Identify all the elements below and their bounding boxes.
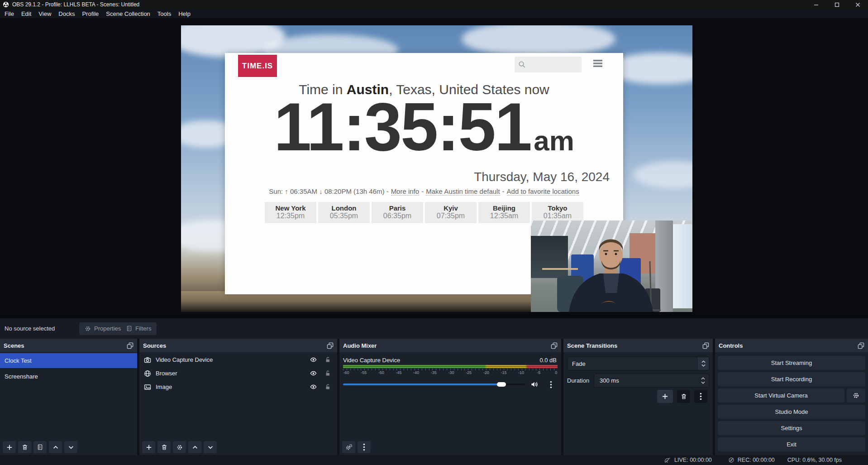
- visibility-eye-icon[interactable]: [310, 356, 317, 363]
- filter-icon: [126, 325, 132, 332]
- cloud: [462, 25, 615, 57]
- world-clock-beijing: Beijing 12:35am: [478, 202, 530, 223]
- combo-spinner[interactable]: [698, 357, 709, 370]
- remove-source-button[interactable]: [157, 441, 171, 453]
- spin-up-icon[interactable]: [701, 377, 705, 380]
- cloud: [634, 161, 692, 188]
- transition-options-kebab[interactable]: [694, 390, 707, 403]
- visibility-eye-icon[interactable]: [310, 370, 317, 377]
- volume-slider[interactable]: [343, 379, 525, 390]
- menu-edit[interactable]: Edit: [18, 9, 35, 18]
- world-clocks-row: New York 12:35pm London 05:35pm Paris 06…: [225, 202, 623, 223]
- volume-meter: [343, 365, 558, 368]
- world-clock-london: London 05:35pm: [318, 202, 370, 223]
- studio-mode-button[interactable]: Studio Mode: [718, 405, 865, 419]
- move-source-down-button[interactable]: [204, 441, 217, 453]
- exit-button[interactable]: Exit: [718, 437, 865, 451]
- mixer-menu-kebab[interactable]: [358, 441, 371, 453]
- clock-digits: 11:35:51: [274, 89, 531, 165]
- maximize-button[interactable]: [826, 0, 847, 9]
- audio-mixer-title: Audio Mixer: [343, 342, 377, 349]
- source-item-browser[interactable]: Browser: [139, 367, 337, 379]
- timeis-logo: TIME.IS: [238, 55, 277, 77]
- no-source-status: No source selected: [5, 325, 55, 332]
- timeis-date: Thursday, May 16, 2024: [474, 170, 610, 184]
- move-scene-down-button[interactable]: [64, 441, 77, 453]
- scene-item-screenshare[interactable]: Screenshare: [0, 369, 137, 384]
- source-item-video-capture[interactable]: Video Capture Device: [139, 354, 337, 366]
- gear-icon: [85, 326, 91, 332]
- duration-spinbox[interactable]: 300 ms: [594, 374, 709, 388]
- rec-timer: REC: 00:00:00: [738, 457, 775, 463]
- remove-transition-button[interactable]: [677, 390, 690, 403]
- meter-scale-labels: -60 -55 -50 -45 -40 -35 -30 -25 -20 -15 …: [341, 370, 561, 375]
- webcam-overlay: [531, 221, 692, 312]
- mixer-options-kebab[interactable]: [545, 379, 557, 390]
- menu-help[interactable]: Help: [175, 9, 194, 18]
- popout-icon[interactable]: [702, 342, 709, 349]
- source-item-image[interactable]: Image: [139, 381, 337, 393]
- source-properties-button[interactable]: [173, 441, 186, 453]
- lock-open-icon[interactable]: [324, 356, 331, 363]
- link-separator: -: [502, 187, 505, 195]
- close-button[interactable]: [847, 0, 868, 9]
- popout-icon[interactable]: [551, 342, 558, 349]
- spin-down-icon[interactable]: [701, 381, 705, 384]
- scene-item-clock-test[interactable]: Clock Test: [0, 353, 137, 368]
- menu-scene-collection[interactable]: Scene Collection: [102, 9, 154, 18]
- start-streaming-button[interactable]: Start Streaming: [718, 356, 865, 370]
- audio-mixer-panel: Audio Mixer Video Capture Device 0.0 dB …: [339, 339, 561, 455]
- remove-scene-button[interactable]: [18, 441, 31, 453]
- lock-open-icon[interactable]: [324, 370, 331, 377]
- mixer-channel-name: Video Capture Device: [343, 357, 400, 364]
- properties-button[interactable]: Properties: [79, 322, 126, 335]
- advanced-audio-button[interactable]: [342, 441, 355, 453]
- add-transition-button[interactable]: [657, 390, 673, 403]
- move-source-up-button[interactable]: [188, 441, 201, 453]
- menu-profile[interactable]: Profile: [78, 9, 102, 18]
- timeis-clock: 11:35:51am: [225, 93, 623, 161]
- popout-icon[interactable]: [327, 342, 334, 349]
- person: [531, 221, 692, 312]
- clock-ampm: am: [534, 125, 574, 156]
- timeis-sun-info: Sun: ↑ 06:35AM ↓ 08:20PM (13h 46m) - Mor…: [225, 187, 623, 196]
- add-source-button[interactable]: [142, 441, 155, 453]
- volume-slider-handle[interactable]: [497, 382, 506, 387]
- link-separator: -: [421, 187, 424, 195]
- scene-filters-button[interactable]: [33, 441, 47, 453]
- title-bar: OBS 29.1.2 - Profile: LLHLS BETA - Scene…: [0, 0, 868, 9]
- sources-title: Sources: [143, 342, 166, 349]
- world-clock-tokyo: Tokyo 01:35am: [532, 202, 583, 223]
- record-inactive-icon: [728, 457, 734, 463]
- transitions-title: Scene Transitions: [567, 342, 617, 349]
- popout-icon[interactable]: [127, 342, 134, 349]
- start-virtual-camera-button[interactable]: Start Virtual Camera: [718, 388, 844, 403]
- selected-source-toolbar: No source selected Properties Filters: [0, 318, 868, 339]
- program-preview[interactable]: TIME.IS Time in Austin, Texas, United St…: [181, 25, 692, 312]
- filters-button[interactable]: Filters: [121, 322, 157, 335]
- transition-select[interactable]: Fade: [567, 357, 709, 370]
- obs-logo-icon: [3, 1, 9, 8]
- menu-tools[interactable]: Tools: [154, 9, 175, 18]
- menu-file[interactable]: File: [1, 9, 18, 18]
- settings-button[interactable]: Settings: [718, 421, 865, 435]
- controls-panel: Controls Start Streaming Start Recording…: [715, 339, 868, 455]
- menu-docks[interactable]: Docks: [55, 9, 78, 18]
- minimize-button[interactable]: [806, 0, 826, 9]
- start-recording-button[interactable]: Start Recording: [718, 372, 865, 386]
- lock-open-icon[interactable]: [324, 384, 331, 390]
- controls-title: Controls: [719, 342, 743, 349]
- timeis-search-input: [515, 57, 582, 72]
- move-scene-up-button[interactable]: [49, 441, 62, 453]
- menu-bar: File Edit View Docks Profile Scene Colle…: [0, 9, 868, 18]
- window-title: OBS 29.1.2 - Profile: LLHLS BETA - Scene…: [12, 1, 139, 8]
- visibility-eye-icon[interactable]: [310, 384, 317, 390]
- menu-view[interactable]: View: [35, 9, 55, 18]
- make-default-link: Make Austin time default: [426, 187, 500, 196]
- status-bar: LIVE: 00:00:00 REC: 00:00:00 CPU: 0.6%, …: [0, 455, 868, 465]
- virtual-camera-settings-button[interactable]: [847, 388, 865, 403]
- live-timer: LIVE: 00:00:00: [674, 457, 712, 463]
- speaker-icon[interactable]: [530, 381, 539, 388]
- popout-icon[interactable]: [858, 342, 864, 349]
- add-scene-button[interactable]: [3, 441, 16, 453]
